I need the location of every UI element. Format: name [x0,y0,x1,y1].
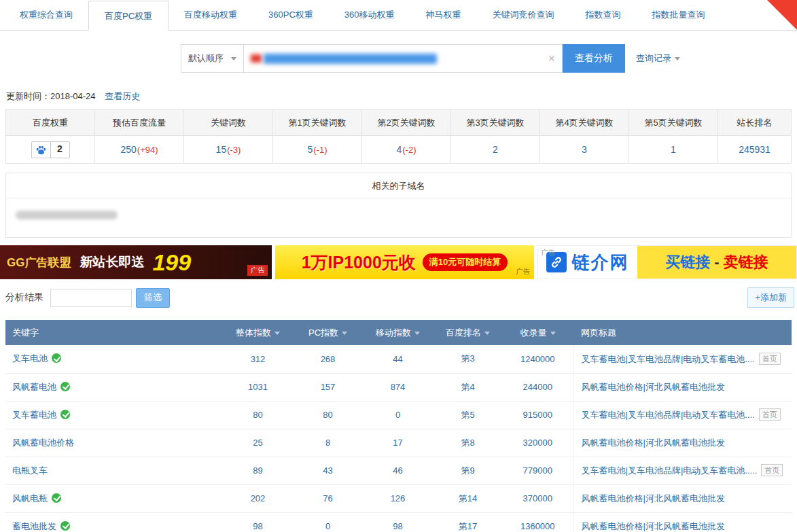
pc-index-value[interactable]: 43 [323,465,332,476]
pc-index-value[interactable]: 0 [325,521,330,531]
stat-value[interactable]: 250 [120,144,136,155]
overall-index-value[interactable]: 202 [251,493,266,503]
pc-index-value[interactable]: 8 [325,438,330,448]
keyword-link[interactable]: 电瓶叉车 [12,465,48,476]
overall-index-value[interactable]: 98 [253,521,262,531]
pc-index-value[interactable]: 157 [321,382,336,392]
sort-caret-icon[interactable] [414,332,420,335]
keyword-link[interactable]: 风帆蓄电池价格 [12,438,74,448]
keyword-link[interactable]: 风帆蓄电池 [12,382,56,392]
tab-360-pc-weight[interactable]: 360PC权重 [253,0,329,30]
page-title-link[interactable]: 风帆蓄电池价格|河北风帆蓄电池批发 [582,493,725,503]
stats-column-header: 第3页关键词数 [451,110,540,136]
pc-index-cell: 268 [293,345,363,373]
column-header-2[interactable]: 整体指数 [223,320,293,345]
tab-weight-overview[interactable]: 权重综合查询 [4,0,88,30]
page-title-link[interactable]: 叉车蓄电池|叉车电池品牌|电动叉车蓄电池.... [582,410,755,420]
stat-value[interactable]: 2 [493,144,498,155]
tab-shenma-weight[interactable]: 神马权重 [410,0,477,30]
mobile-index-value[interactable]: 0 [395,410,400,420]
keyword-table: 关键字整体指数PC指数移动指数百度排名收录量网页标题 叉车电池31226844第… [5,320,792,532]
tab-baidu-pc-weight[interactable]: 百度PC权重 [88,1,169,31]
view-history-link[interactable]: 查看历史 [105,91,140,101]
mobile-index-value[interactable]: 126 [391,493,406,503]
baidu-rank-value[interactable]: 第14 [459,493,477,503]
sort-caret-icon[interactable] [274,332,280,335]
column-header-5[interactable]: 百度排名 [433,320,503,345]
ad-banner-gg[interactable]: GG广告联盟 新站长即送 199 广告 [0,245,272,279]
promo-corner-ribbon[interactable] [767,0,797,30]
baidu-rank-value[interactable]: 第8 [461,438,474,448]
collected-count-value[interactable]: 244000 [523,382,552,392]
column-header-6[interactable]: 收录量 [503,320,573,345]
censored-subdomain-link[interactable] [16,211,118,219]
stat-value[interactable]: 4 [396,144,402,155]
mobile-index-value[interactable]: 46 [393,465,402,476]
add-keyword-button[interactable]: +添加新 [747,287,794,308]
tab-index-query[interactable]: 指数查询 [570,0,637,30]
mobile-index-value[interactable]: 44 [393,354,402,364]
tab-index-batch-query[interactable]: 指数批量查询 [637,0,721,30]
keyword-cell: 叉车电池 [5,345,223,373]
collected-count-value[interactable]: 915000 [523,410,552,420]
stats-column-header: 第4页关键词数 [540,110,629,136]
collected-count-value[interactable]: 320000 [523,438,552,448]
filter-input[interactable] [50,289,132,307]
collected-count-value[interactable]: 1360000 [520,521,555,531]
sort-order-select[interactable]: 默认顺序 [181,44,243,73]
analyze-button[interactable]: 查看分析 [563,44,625,73]
pc-index-value[interactable]: 268 [321,354,336,364]
stat-value[interactable]: 15 [216,144,227,155]
search-area: 默认顺序 × 查看分析 查询记录 [181,44,797,73]
mobile-index-value[interactable]: 17 [393,438,402,448]
overall-index-value[interactable]: 25 [253,438,262,448]
pc-index-value[interactable]: 80 [323,410,332,420]
keyword-link[interactable]: 叉车电池 [12,353,48,363]
tab-baidu-mobile-weight[interactable]: 百度移动权重 [169,0,253,30]
tab-360-mobile-weight[interactable]: 360移动权重 [329,0,410,30]
overall-index-value[interactable]: 312 [251,354,266,364]
mobile-index-value[interactable]: 98 [393,521,402,531]
page-title-link[interactable]: 风帆蓄电池价格|河北风帆蓄电池批发 [582,438,725,448]
ad-banner-ip[interactable]: 1万IP1000元收 满10元可随时结算 广告 [275,245,533,279]
column-header-4[interactable]: 移动指数 [363,320,433,345]
page-title-link[interactable]: 叉车蓄电池|叉车电池品牌|电动叉车蓄电池..... [582,465,758,476]
stat-value[interactable]: 1 [671,144,676,155]
overall-index-value[interactable]: 80 [253,410,262,420]
baidu-rank-value[interactable]: 第5 [461,410,474,420]
collected-count-value[interactable]: 779000 [523,465,552,476]
indexed-check-icon [60,521,70,531]
tab-keyword-bid-query[interactable]: 关键词竞价查询 [477,0,570,30]
sort-caret-icon[interactable] [342,332,347,335]
indexed-check-icon [52,493,61,503]
clear-icon[interactable]: × [548,52,555,65]
overall-index-value[interactable]: 1031 [248,382,268,392]
collected-count-value[interactable]: 370000 [523,493,552,503]
search-input[interactable]: × [243,44,563,73]
keyword-table-row: 叉车蓄电池80800第5915000叉车蓄电池|叉车电池品牌|电动叉车蓄电池..… [5,401,792,429]
pc-index-value[interactable]: 76 [323,493,332,503]
keyword-link[interactable]: 叉车蓄电池 [12,410,56,420]
baidu-rank-value[interactable]: 第4 [461,382,474,392]
page-title-link[interactable]: 风帆蓄电池价格|河北风帆蓄电池批发 [582,521,725,531]
baidu-rank-value[interactable]: 第3 [461,353,474,363]
pc-index-cell: 0 [293,512,363,532]
column-header-3[interactable]: PC指数 [293,320,363,345]
filter-button[interactable]: 筛选 [136,288,170,308]
collected-count-value[interactable]: 1240000 [520,354,555,364]
baidu-weight-badge[interactable]: 2 [31,141,70,158]
mobile-index-value[interactable]: 874 [391,382,406,392]
page-title-link[interactable]: 叉车蓄电池|叉车电池品牌|电动叉车蓄电池.... [582,354,755,364]
stat-value[interactable]: 3 [582,144,587,155]
page-title-link[interactable]: 风帆蓄电池价格|河北风帆蓄电池批发 [582,382,725,392]
ad-banner-lianjie[interactable]: 广告 链介网 买链接 - 卖链接 [537,245,797,279]
keyword-link[interactable]: 蓄电池批发 [12,521,56,531]
sort-caret-icon[interactable] [550,332,556,335]
keyword-link[interactable]: 风帆电瓶 [12,493,48,503]
baidu-rank-value[interactable]: 第9 [461,465,474,476]
query-history-link[interactable]: 查询记录 [636,44,680,73]
baidu-rank-value[interactable]: 第17 [459,521,477,531]
overall-index-value[interactable]: 89 [253,465,262,476]
sort-caret-icon[interactable] [484,332,490,335]
stat-value[interactable]: 5 [307,144,313,155]
